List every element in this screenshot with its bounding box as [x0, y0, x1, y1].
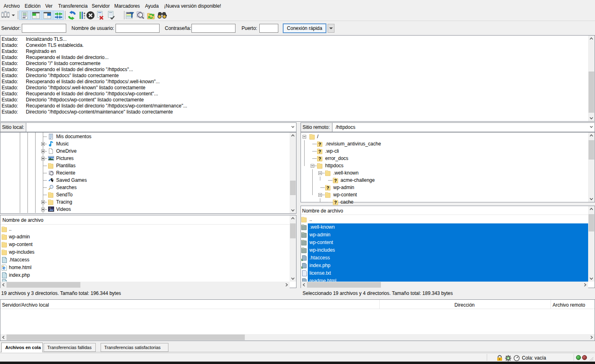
svg-text:e: e: [2, 265, 5, 271]
